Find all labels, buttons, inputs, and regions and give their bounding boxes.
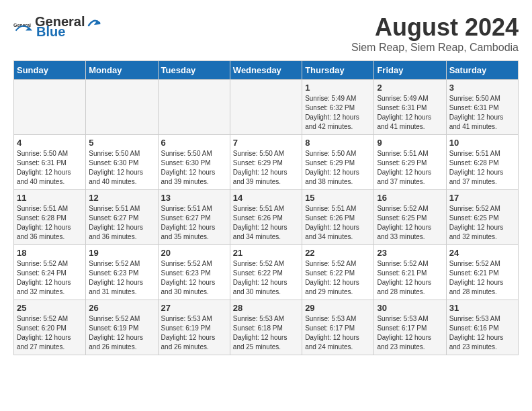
daylight-text: Daylight: 12 hours and 26 minutes. <box>89 334 143 351</box>
calendar-cell: 6 Sunrise: 5:50 AM Sunset: 6:30 PM Dayli… <box>158 135 230 190</box>
day-number: 16 <box>377 193 443 203</box>
day-number: 25 <box>17 303 83 313</box>
day-info: Sunrise: 5:53 AM Sunset: 6:16 PM Dayligh… <box>449 314 515 352</box>
sunrise-text: Sunrise: 5:53 AM <box>305 315 356 322</box>
calendar-week-row: 1 Sunrise: 5:49 AM Sunset: 6:32 PM Dayli… <box>14 80 519 135</box>
day-number: 30 <box>377 303 443 313</box>
day-info: Sunrise: 5:50 AM Sunset: 6:31 PM Dayligh… <box>449 94 515 132</box>
daylight-text: Daylight: 12 hours and 39 minutes. <box>161 169 216 185</box>
sunset-text: Sunset: 6:21 PM <box>449 269 499 277</box>
day-info: Sunrise: 5:52 AM Sunset: 6:20 PM Dayligh… <box>17 314 83 352</box>
day-info: Sunrise: 5:53 AM Sunset: 6:19 PM Dayligh… <box>161 314 227 352</box>
day-of-week-header: Saturday <box>446 61 518 80</box>
daylight-text: Daylight: 12 hours and 30 minutes. <box>161 279 216 295</box>
sunset-text: Sunset: 6:24 PM <box>17 269 66 277</box>
title-section: August 2024 Siem Reap, Siem Reap, Cambod… <box>351 13 519 54</box>
calendar-cell: 22 Sunrise: 5:52 AM Sunset: 6:22 PM Dayl… <box>302 245 374 300</box>
calendar-cell: 23 Sunrise: 5:52 AM Sunset: 6:21 PM Dayl… <box>374 245 446 300</box>
sunrise-text: Sunrise: 5:51 AM <box>161 205 212 212</box>
day-of-week-header: Sunday <box>14 61 86 80</box>
day-info: Sunrise: 5:51 AM Sunset: 6:27 PM Dayligh… <box>161 204 227 242</box>
daylight-text: Daylight: 12 hours and 37 minutes. <box>377 169 431 185</box>
calendar-cell: 5 Sunrise: 5:50 AM Sunset: 6:30 PM Dayli… <box>86 135 158 190</box>
sunset-text: Sunset: 6:26 PM <box>233 214 283 222</box>
calendar-cell: 10 Sunrise: 5:51 AM Sunset: 6:28 PM Dayl… <box>446 135 518 190</box>
calendar-cell: 13 Sunrise: 5:51 AM Sunset: 6:27 PM Dayl… <box>158 190 230 245</box>
sunset-text: Sunset: 6:29 PM <box>305 159 355 167</box>
day-number: 4 <box>17 138 83 148</box>
daylight-text: Daylight: 12 hours and 42 minutes. <box>305 113 359 130</box>
calendar-table: SundayMondayTuesdayWednesdayThursdayFrid… <box>13 60 519 355</box>
sunset-text: Sunset: 6:18 PM <box>233 324 283 332</box>
day-info: Sunrise: 5:53 AM Sunset: 6:18 PM Dayligh… <box>233 314 299 352</box>
sunrise-text: Sunrise: 5:49 AM <box>377 95 428 102</box>
day-info: Sunrise: 5:52 AM Sunset: 6:21 PM Dayligh… <box>449 259 515 297</box>
calendar-cell: 7 Sunrise: 5:50 AM Sunset: 6:29 PM Dayli… <box>230 135 302 190</box>
daylight-text: Daylight: 12 hours and 31 minutes. <box>89 279 143 295</box>
calendar-cell: 21 Sunrise: 5:52 AM Sunset: 6:22 PM Dayl… <box>230 245 302 300</box>
day-info: Sunrise: 5:52 AM Sunset: 6:23 PM Dayligh… <box>89 259 154 297</box>
sunset-text: Sunset: 6:27 PM <box>161 214 211 222</box>
daylight-text: Daylight: 12 hours and 28 minutes. <box>377 279 431 295</box>
day-number: 20 <box>161 248 227 258</box>
calendar-cell: 3 Sunrise: 5:50 AM Sunset: 6:31 PM Dayli… <box>446 80 518 135</box>
day-number: 2 <box>377 83 443 93</box>
sunrise-text: Sunrise: 5:53 AM <box>377 315 428 322</box>
day-number: 9 <box>377 138 443 148</box>
day-number: 14 <box>233 193 299 203</box>
day-number: 28 <box>233 303 299 313</box>
sunrise-text: Sunrise: 5:50 AM <box>161 150 212 157</box>
calendar-cell: 8 Sunrise: 5:50 AM Sunset: 6:29 PM Dayli… <box>302 135 374 190</box>
sunrise-text: Sunrise: 5:52 AM <box>17 260 68 267</box>
daylight-text: Daylight: 12 hours and 24 minutes. <box>305 334 359 351</box>
day-number: 22 <box>305 248 371 258</box>
sunrise-text: Sunrise: 5:51 AM <box>17 205 68 212</box>
sunset-text: Sunset: 6:16 PM <box>449 324 499 332</box>
day-info: Sunrise: 5:53 AM Sunset: 6:17 PM Dayligh… <box>305 314 371 352</box>
calendar-cell: 24 Sunrise: 5:52 AM Sunset: 6:21 PM Dayl… <box>446 245 518 300</box>
day-number: 29 <box>305 303 371 313</box>
day-info: Sunrise: 5:51 AM Sunset: 6:26 PM Dayligh… <box>305 204 371 242</box>
sunrise-text: Sunrise: 5:50 AM <box>449 95 500 102</box>
day-info: Sunrise: 5:51 AM Sunset: 6:29 PM Dayligh… <box>377 149 443 187</box>
day-number: 10 <box>449 138 515 148</box>
daylight-text: Daylight: 12 hours and 32 minutes. <box>17 279 71 295</box>
day-info: Sunrise: 5:52 AM Sunset: 6:21 PM Dayligh… <box>377 259 443 297</box>
sunrise-text: Sunrise: 5:50 AM <box>89 150 140 157</box>
sunrise-text: Sunrise: 5:52 AM <box>377 260 428 267</box>
day-of-week-header: Monday <box>86 61 158 80</box>
day-number: 17 <box>449 193 515 203</box>
calendar-cell: 11 Sunrise: 5:51 AM Sunset: 6:28 PM Dayl… <box>14 190 86 245</box>
sunset-text: Sunset: 6:23 PM <box>161 269 211 277</box>
daylight-text: Daylight: 12 hours and 35 minutes. <box>161 224 216 240</box>
day-info: Sunrise: 5:49 AM Sunset: 6:32 PM Dayligh… <box>305 94 371 132</box>
calendar-cell: 2 Sunrise: 5:49 AM Sunset: 6:31 PM Dayli… <box>374 80 446 135</box>
sunrise-text: Sunrise: 5:52 AM <box>161 260 212 267</box>
day-info: Sunrise: 5:52 AM Sunset: 6:24 PM Dayligh… <box>17 259 83 297</box>
day-number: 26 <box>89 303 154 313</box>
calendar-week-row: 25 Sunrise: 5:52 AM Sunset: 6:20 PM Dayl… <box>14 300 519 355</box>
daylight-text: Daylight: 12 hours and 40 minutes. <box>89 169 143 185</box>
daylight-text: Daylight: 12 hours and 23 minutes. <box>377 334 431 351</box>
daylight-text: Daylight: 12 hours and 28 minutes. <box>449 279 504 295</box>
logo-arrow-icon <box>86 13 102 30</box>
calendar-week-row: 4 Sunrise: 5:50 AM Sunset: 6:31 PM Dayli… <box>14 135 519 190</box>
sunset-text: Sunset: 6:19 PM <box>161 324 211 332</box>
calendar-cell: 31 Sunrise: 5:53 AM Sunset: 6:16 PM Dayl… <box>446 300 518 355</box>
day-number: 7 <box>233 138 299 148</box>
daylight-text: Daylight: 12 hours and 36 minutes. <box>89 224 143 240</box>
day-info: Sunrise: 5:50 AM Sunset: 6:30 PM Dayligh… <box>89 149 154 187</box>
calendar-cell <box>230 80 302 135</box>
day-info: Sunrise: 5:52 AM Sunset: 6:23 PM Dayligh… <box>161 259 227 297</box>
logo-icon: General <box>13 17 32 36</box>
daylight-text: Daylight: 12 hours and 38 minutes. <box>305 169 359 185</box>
sunrise-text: Sunrise: 5:53 AM <box>161 315 212 322</box>
sunset-text: Sunset: 6:27 PM <box>89 214 138 222</box>
daylight-text: Daylight: 12 hours and 40 minutes. <box>17 169 71 185</box>
daylight-text: Daylight: 12 hours and 26 minutes. <box>161 334 216 351</box>
sunrise-text: Sunrise: 5:52 AM <box>89 315 140 322</box>
day-info: Sunrise: 5:50 AM Sunset: 6:31 PM Dayligh… <box>17 149 83 187</box>
sunrise-text: Sunrise: 5:51 AM <box>89 205 140 212</box>
sunrise-text: Sunrise: 5:50 AM <box>233 150 284 157</box>
sunset-text: Sunset: 6:19 PM <box>89 324 138 332</box>
